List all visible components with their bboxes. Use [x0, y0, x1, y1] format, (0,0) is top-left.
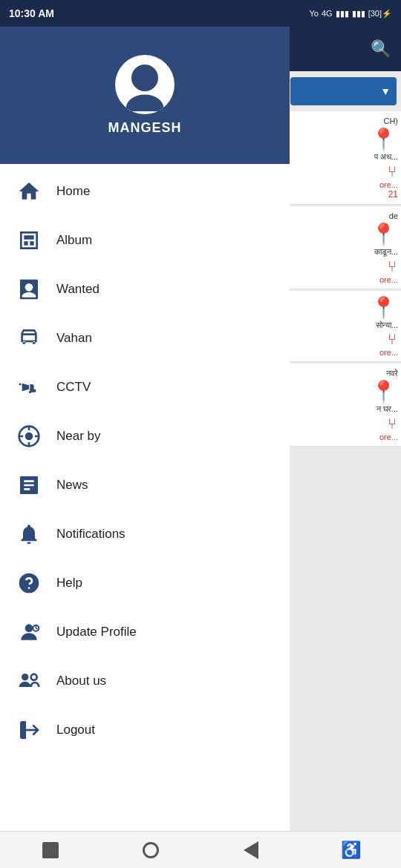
menu-item-help[interactable]: Help — [0, 559, 290, 608]
card-text: de — [389, 211, 398, 222]
fork-icon: ⑂ — [388, 415, 397, 433]
svg-point-3 — [25, 283, 33, 292]
nav-square-button[interactable] — [36, 835, 65, 865]
fork-icon: ⑂ — [388, 163, 397, 180]
status-bar: 10:30 AM Yo 4G ▮▮▮ ▮▮▮ [30]⚡ — [0, 0, 401, 27]
battery-icon: [30]⚡ — [368, 9, 392, 19]
card-text: CH) — [383, 116, 398, 127]
navigation-drawer: MANGESH Home Album Wanted — [0, 27, 290, 831]
right-panel: 🔍 ▼ CH) 📍 प अथ... ⑂ ore... 21 de 📍 काडून… — [286, 27, 401, 831]
map-pin-icon: 📍 — [371, 127, 397, 151]
map-card-3: 📍 सोन्या... ⑂ ore... — [286, 291, 401, 362]
svg-point-1 — [126, 95, 163, 112]
card-subtext: न घर... — [376, 404, 398, 415]
menu-label-logout: Logout — [56, 723, 95, 737]
menu-label-vahan: Vahan — [56, 331, 92, 346]
network-type: 4G — [322, 9, 333, 18]
map-card-2: de 📍 काडून... ⑂ ore... — [286, 206, 401, 289]
fork-icon: ⑂ — [388, 331, 397, 348]
menu-label-nearby: Near by — [56, 429, 101, 444]
fork-icon: ⑂ — [388, 258, 397, 275]
map-card-4: नवरे 📍 न घर... ⑂ ore... — [286, 364, 401, 447]
search-icon[interactable]: 🔍 — [371, 39, 391, 59]
menu-label-wanted: Wanted — [56, 282, 100, 297]
menu-label-notifications: Notifications — [56, 527, 125, 542]
map-card-1: CH) 📍 प अथ... ⑂ ore... 21 — [286, 111, 401, 205]
more-link[interactable]: ore... — [379, 433, 398, 441]
menu-label-update-profile: Update Profile — [56, 625, 137, 640]
circle-icon — [143, 842, 159, 858]
card-text: नवरे — [386, 368, 398, 379]
svg-point-0 — [131, 65, 158, 91]
menu-label-news: News — [56, 478, 88, 493]
menu-label-cctv: CCTV — [56, 380, 91, 395]
more-link[interactable]: ore... — [379, 180, 398, 189]
more-link[interactable]: ore... — [379, 348, 398, 357]
wanted-icon — [15, 275, 43, 303]
help-icon — [15, 569, 43, 597]
vahan-icon — [15, 324, 43, 352]
menu-label-about-us: About us — [56, 674, 106, 688]
menu-item-home[interactable]: Home — [0, 167, 290, 216]
news-icon — [15, 471, 43, 499]
svg-point-10 — [25, 624, 33, 632]
card-num: 21 — [388, 189, 398, 200]
card-subtext: प अथ... — [374, 151, 398, 162]
bottom-navigation: ♿ — [0, 831, 401, 868]
drawer-username: MANGESH — [108, 120, 181, 136]
nav-back-button[interactable] — [236, 835, 266, 865]
notifications-icon — [15, 520, 43, 548]
menu-item-nearby[interactable]: Near by — [0, 412, 290, 461]
status-icons: Yo 4G ▮▮▮ ▮▮▮ [30]⚡ — [309, 9, 392, 19]
dropdown[interactable]: ▼ — [290, 77, 397, 105]
update-profile-icon — [15, 618, 43, 646]
nearby-icon — [15, 422, 43, 450]
menu-item-notifications[interactable]: Notifications — [0, 510, 290, 559]
menu-label-help: Help — [56, 576, 82, 591]
card-subtext: सोन्या... — [376, 320, 398, 331]
square-icon — [42, 842, 59, 858]
menu-item-vahan[interactable]: Vahan — [0, 314, 290, 363]
cctv-icon — [15, 373, 43, 401]
avatar-svg — [118, 58, 172, 111]
svg-point-6 — [25, 433, 33, 441]
about-us-icon — [15, 667, 43, 695]
logout-icon — [15, 716, 43, 744]
drawer-header: MANGESH — [0, 27, 290, 164]
nav-accessibility-button[interactable]: ♿ — [336, 835, 366, 865]
svg-rect-4 — [30, 389, 36, 392]
triangle-icon — [244, 841, 258, 859]
more-link[interactable]: ore... — [379, 275, 398, 284]
drawer-menu: Home Album Wanted Vahan — [0, 164, 290, 831]
menu-item-about-us[interactable]: About us — [0, 657, 290, 706]
svg-point-13 — [31, 674, 37, 680]
menu-label-home: Home — [56, 184, 90, 199]
menu-item-album[interactable]: Album — [0, 216, 290, 265]
chevron-down-icon: ▼ — [380, 85, 391, 97]
status-time: 10:30 AM — [9, 7, 54, 19]
card-subtext: काडून... — [374, 246, 398, 257]
nav-circle-button[interactable] — [136, 835, 166, 865]
map-pin-icon: 📍 — [371, 295, 397, 320]
right-top-bar: 🔍 — [286, 27, 401, 71]
menu-item-wanted[interactable]: Wanted — [0, 265, 290, 314]
home-icon — [15, 177, 43, 206]
album-icon — [15, 226, 43, 254]
menu-item-logout[interactable]: Logout — [0, 706, 290, 754]
svg-point-9 — [28, 587, 30, 589]
menu-item-update-profile[interactable]: Update Profile — [0, 608, 290, 657]
svg-point-12 — [22, 674, 28, 680]
map-pin-icon: 📍 — [371, 222, 397, 246]
signal-bars: ▮▮▮ — [336, 9, 349, 19]
map-pin-icon: 📍 — [371, 379, 397, 404]
menu-label-album: Album — [56, 233, 92, 248]
network-icon: Yo — [309, 9, 318, 18]
signal-bars-2: ▮▮▮ — [352, 9, 365, 19]
avatar — [115, 55, 175, 114]
menu-item-news[interactable]: News — [0, 461, 290, 510]
menu-item-cctv[interactable]: CCTV — [0, 363, 290, 412]
person-icon: ♿ — [341, 841, 361, 860]
